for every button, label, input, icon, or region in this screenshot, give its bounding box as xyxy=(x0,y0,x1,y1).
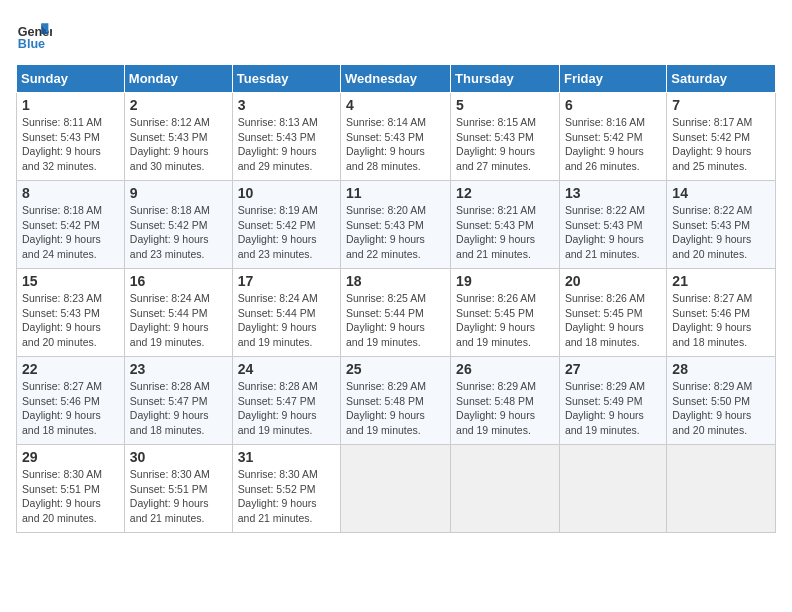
table-row: 3Sunrise: 8:13 AM Sunset: 5:43 PM Daylig… xyxy=(232,93,340,181)
day-number: 17 xyxy=(238,273,335,289)
day-header-wednesday: Wednesday xyxy=(341,65,451,93)
calendar-week-4: 22Sunrise: 8:27 AM Sunset: 5:46 PM Dayli… xyxy=(17,357,776,445)
day-info: Sunrise: 8:23 AM Sunset: 5:43 PM Dayligh… xyxy=(22,291,119,350)
day-number: 22 xyxy=(22,361,119,377)
day-number: 30 xyxy=(130,449,227,465)
table-row: 18Sunrise: 8:25 AM Sunset: 5:44 PM Dayli… xyxy=(341,269,451,357)
day-number: 5 xyxy=(456,97,554,113)
day-number: 2 xyxy=(130,97,227,113)
day-number: 29 xyxy=(22,449,119,465)
day-header-monday: Monday xyxy=(124,65,232,93)
day-info: Sunrise: 8:26 AM Sunset: 5:45 PM Dayligh… xyxy=(456,291,554,350)
day-info: Sunrise: 8:16 AM Sunset: 5:42 PM Dayligh… xyxy=(565,115,661,174)
table-row: 9Sunrise: 8:18 AM Sunset: 5:42 PM Daylig… xyxy=(124,181,232,269)
day-info: Sunrise: 8:26 AM Sunset: 5:45 PM Dayligh… xyxy=(565,291,661,350)
day-number: 18 xyxy=(346,273,445,289)
table-row: 7Sunrise: 8:17 AM Sunset: 5:42 PM Daylig… xyxy=(667,93,776,181)
day-number: 7 xyxy=(672,97,770,113)
day-number: 6 xyxy=(565,97,661,113)
day-number: 3 xyxy=(238,97,335,113)
table-row: 28Sunrise: 8:29 AM Sunset: 5:50 PM Dayli… xyxy=(667,357,776,445)
day-number: 1 xyxy=(22,97,119,113)
day-info: Sunrise: 8:12 AM Sunset: 5:43 PM Dayligh… xyxy=(130,115,227,174)
table-row: 24Sunrise: 8:28 AM Sunset: 5:47 PM Dayli… xyxy=(232,357,340,445)
table-row: 1Sunrise: 8:11 AM Sunset: 5:43 PM Daylig… xyxy=(17,93,125,181)
logo: General Blue xyxy=(16,16,56,52)
calendar-week-1: 1Sunrise: 8:11 AM Sunset: 5:43 PM Daylig… xyxy=(17,93,776,181)
day-header-saturday: Saturday xyxy=(667,65,776,93)
table-row: 17Sunrise: 8:24 AM Sunset: 5:44 PM Dayli… xyxy=(232,269,340,357)
day-info: Sunrise: 8:25 AM Sunset: 5:44 PM Dayligh… xyxy=(346,291,445,350)
table-row: 11Sunrise: 8:20 AM Sunset: 5:43 PM Dayli… xyxy=(341,181,451,269)
table-row xyxy=(341,445,451,533)
day-info: Sunrise: 8:28 AM Sunset: 5:47 PM Dayligh… xyxy=(238,379,335,438)
day-info: Sunrise: 8:20 AM Sunset: 5:43 PM Dayligh… xyxy=(346,203,445,262)
day-info: Sunrise: 8:22 AM Sunset: 5:43 PM Dayligh… xyxy=(672,203,770,262)
day-info: Sunrise: 8:13 AM Sunset: 5:43 PM Dayligh… xyxy=(238,115,335,174)
table-row: 4Sunrise: 8:14 AM Sunset: 5:43 PM Daylig… xyxy=(341,93,451,181)
day-info: Sunrise: 8:15 AM Sunset: 5:43 PM Dayligh… xyxy=(456,115,554,174)
day-info: Sunrise: 8:24 AM Sunset: 5:44 PM Dayligh… xyxy=(130,291,227,350)
day-number: 4 xyxy=(346,97,445,113)
day-number: 15 xyxy=(22,273,119,289)
day-number: 28 xyxy=(672,361,770,377)
table-row: 8Sunrise: 8:18 AM Sunset: 5:42 PM Daylig… xyxy=(17,181,125,269)
day-info: Sunrise: 8:29 AM Sunset: 5:49 PM Dayligh… xyxy=(565,379,661,438)
day-number: 8 xyxy=(22,185,119,201)
day-info: Sunrise: 8:14 AM Sunset: 5:43 PM Dayligh… xyxy=(346,115,445,174)
logo-icon: General Blue xyxy=(16,16,52,52)
day-header-thursday: Thursday xyxy=(451,65,560,93)
day-number: 14 xyxy=(672,185,770,201)
calendar-week-2: 8Sunrise: 8:18 AM Sunset: 5:42 PM Daylig… xyxy=(17,181,776,269)
day-number: 23 xyxy=(130,361,227,377)
calendar-week-5: 29Sunrise: 8:30 AM Sunset: 5:51 PM Dayli… xyxy=(17,445,776,533)
table-row: 15Sunrise: 8:23 AM Sunset: 5:43 PM Dayli… xyxy=(17,269,125,357)
day-number: 13 xyxy=(565,185,661,201)
day-number: 10 xyxy=(238,185,335,201)
table-row: 27Sunrise: 8:29 AM Sunset: 5:49 PM Dayli… xyxy=(559,357,666,445)
day-header-tuesday: Tuesday xyxy=(232,65,340,93)
day-number: 31 xyxy=(238,449,335,465)
table-row: 2Sunrise: 8:12 AM Sunset: 5:43 PM Daylig… xyxy=(124,93,232,181)
table-row: 13Sunrise: 8:22 AM Sunset: 5:43 PM Dayli… xyxy=(559,181,666,269)
table-row: 19Sunrise: 8:26 AM Sunset: 5:45 PM Dayli… xyxy=(451,269,560,357)
table-row: 14Sunrise: 8:22 AM Sunset: 5:43 PM Dayli… xyxy=(667,181,776,269)
table-row: 6Sunrise: 8:16 AM Sunset: 5:42 PM Daylig… xyxy=(559,93,666,181)
table-row: 21Sunrise: 8:27 AM Sunset: 5:46 PM Dayli… xyxy=(667,269,776,357)
table-row: 30Sunrise: 8:30 AM Sunset: 5:51 PM Dayli… xyxy=(124,445,232,533)
table-row: 5Sunrise: 8:15 AM Sunset: 5:43 PM Daylig… xyxy=(451,93,560,181)
table-row xyxy=(667,445,776,533)
day-info: Sunrise: 8:11 AM Sunset: 5:43 PM Dayligh… xyxy=(22,115,119,174)
day-info: Sunrise: 8:19 AM Sunset: 5:42 PM Dayligh… xyxy=(238,203,335,262)
day-info: Sunrise: 8:17 AM Sunset: 5:42 PM Dayligh… xyxy=(672,115,770,174)
table-row: 29Sunrise: 8:30 AM Sunset: 5:51 PM Dayli… xyxy=(17,445,125,533)
day-info: Sunrise: 8:22 AM Sunset: 5:43 PM Dayligh… xyxy=(565,203,661,262)
day-info: Sunrise: 8:28 AM Sunset: 5:47 PM Dayligh… xyxy=(130,379,227,438)
table-row xyxy=(451,445,560,533)
table-row: 10Sunrise: 8:19 AM Sunset: 5:42 PM Dayli… xyxy=(232,181,340,269)
day-number: 20 xyxy=(565,273,661,289)
day-info: Sunrise: 8:27 AM Sunset: 5:46 PM Dayligh… xyxy=(672,291,770,350)
calendar-table: SundayMondayTuesdayWednesdayThursdayFrid… xyxy=(16,64,776,533)
table-row xyxy=(559,445,666,533)
table-row: 23Sunrise: 8:28 AM Sunset: 5:47 PM Dayli… xyxy=(124,357,232,445)
day-info: Sunrise: 8:18 AM Sunset: 5:42 PM Dayligh… xyxy=(130,203,227,262)
day-header-sunday: Sunday xyxy=(17,65,125,93)
page-header: General Blue xyxy=(16,16,776,52)
table-row: 20Sunrise: 8:26 AM Sunset: 5:45 PM Dayli… xyxy=(559,269,666,357)
table-row: 26Sunrise: 8:29 AM Sunset: 5:48 PM Dayli… xyxy=(451,357,560,445)
day-number: 21 xyxy=(672,273,770,289)
day-number: 26 xyxy=(456,361,554,377)
day-info: Sunrise: 8:29 AM Sunset: 5:50 PM Dayligh… xyxy=(672,379,770,438)
day-number: 25 xyxy=(346,361,445,377)
day-number: 11 xyxy=(346,185,445,201)
table-row: 25Sunrise: 8:29 AM Sunset: 5:48 PM Dayli… xyxy=(341,357,451,445)
day-number: 27 xyxy=(565,361,661,377)
table-row: 31Sunrise: 8:30 AM Sunset: 5:52 PM Dayli… xyxy=(232,445,340,533)
day-number: 12 xyxy=(456,185,554,201)
day-number: 9 xyxy=(130,185,227,201)
day-info: Sunrise: 8:29 AM Sunset: 5:48 PM Dayligh… xyxy=(346,379,445,438)
table-row: 12Sunrise: 8:21 AM Sunset: 5:43 PM Dayli… xyxy=(451,181,560,269)
table-row: 16Sunrise: 8:24 AM Sunset: 5:44 PM Dayli… xyxy=(124,269,232,357)
day-info: Sunrise: 8:30 AM Sunset: 5:52 PM Dayligh… xyxy=(238,467,335,526)
